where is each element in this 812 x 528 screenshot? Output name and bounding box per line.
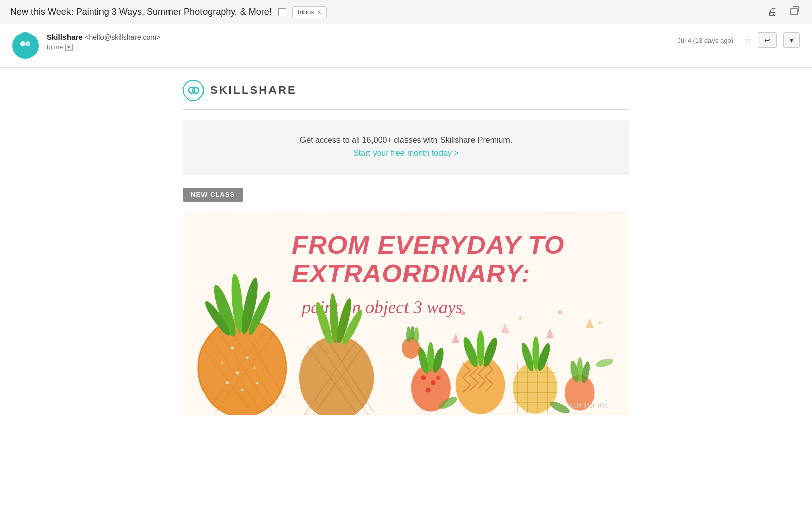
svg-point-79 — [558, 310, 562, 314]
print-icon: 🖨 — [767, 6, 777, 18]
svg-point-80 — [598, 322, 601, 325]
svg-text:FROM EVERYDAY TO: FROM EVERYDAY TO — [292, 230, 564, 259]
svg-point-67 — [411, 326, 415, 340]
top-bar-left: New this Week: Painting 3 Ways, Summer P… — [10, 6, 327, 18]
svg-point-45 — [436, 376, 441, 380]
sender-name-row: Skillshare <hello@skillshare.com> — [47, 32, 677, 42]
star-button[interactable]: ☆ — [743, 35, 752, 46]
email-subject: New this Week: Painting 3 Ways, Summer P… — [10, 7, 272, 17]
popup-icon — [790, 6, 800, 18]
svg-point-53 — [513, 362, 557, 414]
svg-point-42 — [421, 375, 426, 380]
close-tab[interactable]: × — [317, 8, 321, 16]
logo-text: SKILLSHARE — [210, 84, 297, 97]
new-class-badge: NEW CLASS — [183, 188, 243, 202]
svg-rect-0 — [791, 8, 797, 15]
email-content: SKILLSHARE Get access to all 16,000+ cla… — [0, 68, 812, 526]
svg-point-25 — [221, 362, 223, 364]
dropdown-icon: ▾ — [67, 45, 70, 50]
svg-point-77 — [461, 311, 465, 315]
skillshare-logo: SKILLSHARE — [183, 80, 629, 101]
svg-text:Ohn Mar Win: Ohn Mar Win — [570, 402, 608, 409]
svg-point-21 — [254, 367, 256, 369]
svg-text:EXTRAORDINARY:: EXTRAORDINARY: — [292, 259, 530, 288]
svg-point-66 — [406, 326, 411, 342]
artwork-canvas: FROM EVERYDAY TO EXTRAORDINARY: paint an… — [183, 212, 629, 415]
subject-checkbox[interactable] — [278, 8, 286, 16]
inbox-tab[interactable]: Inbox × — [292, 6, 327, 18]
sender-name: Skillshare — [47, 32, 83, 41]
svg-point-44 — [426, 388, 431, 393]
svg-point-23 — [241, 389, 244, 391]
to-me-label: to me — [47, 43, 63, 51]
pineapple-svg: FROM EVERYDAY TO EXTRAORDINARY: paint an… — [183, 212, 629, 415]
star-icon: ☆ — [743, 35, 752, 45]
reply-icon: ↩ — [764, 36, 770, 44]
to-me-dropdown[interactable]: ▾ — [65, 44, 73, 51]
svg-point-24 — [256, 382, 258, 384]
more-dropdown-icon: ▾ — [790, 36, 793, 44]
email-meta-right: Jul 4 (13 days ago) ☆ ↩ ▾ — [677, 32, 800, 48]
svg-point-43 — [431, 380, 436, 385]
class-artwork: FROM EVERYDAY TO EXTRAORDINARY: paint an… — [183, 212, 629, 415]
svg-point-4 — [193, 87, 199, 93]
to-me-row: to me ▾ — [47, 43, 677, 51]
top-bar-right: 🖨 — [765, 4, 802, 20]
top-bar: New this Week: Painting 3 Ways, Summer P… — [0, 0, 812, 24]
sender-info: Skillshare <hello@skillshare.com> to me … — [47, 32, 677, 51]
print-button[interactable]: 🖨 — [765, 4, 780, 20]
svg-point-22 — [226, 381, 229, 384]
email-body: SKILLSHARE Get access to all 16,000+ cla… — [162, 68, 650, 427]
svg-point-51 — [477, 330, 485, 366]
svg-point-2 — [25, 41, 30, 46]
promo-text: Get access to all 16,000+ classes with S… — [204, 136, 608, 145]
sender-email: <hello@skillshare.com> — [85, 33, 160, 41]
svg-point-18 — [231, 347, 234, 350]
svg-point-68 — [414, 327, 419, 342]
avatar-icon — [18, 37, 33, 55]
promo-banner: Get access to all 16,000+ classes with S… — [183, 120, 629, 174]
inbox-label: Inbox — [298, 8, 314, 16]
email-date: Jul 4 (13 days ago) — [677, 37, 733, 44]
sender-avatar — [12, 32, 39, 59]
logo-divider — [183, 109, 629, 110]
svg-point-19 — [246, 357, 249, 359]
svg-point-78 — [519, 317, 522, 320]
more-actions-button[interactable]: ▾ — [783, 32, 800, 48]
svg-point-1 — [20, 41, 25, 46]
popup-button[interactable] — [788, 4, 802, 20]
svg-point-20 — [236, 371, 239, 374]
email-header: Skillshare <hello@skillshare.com> to me … — [0, 24, 812, 68]
reply-button[interactable]: ↩ — [758, 32, 777, 48]
promo-link[interactable]: Start your free month today > — [353, 149, 459, 157]
logo-icon — [183, 80, 204, 101]
